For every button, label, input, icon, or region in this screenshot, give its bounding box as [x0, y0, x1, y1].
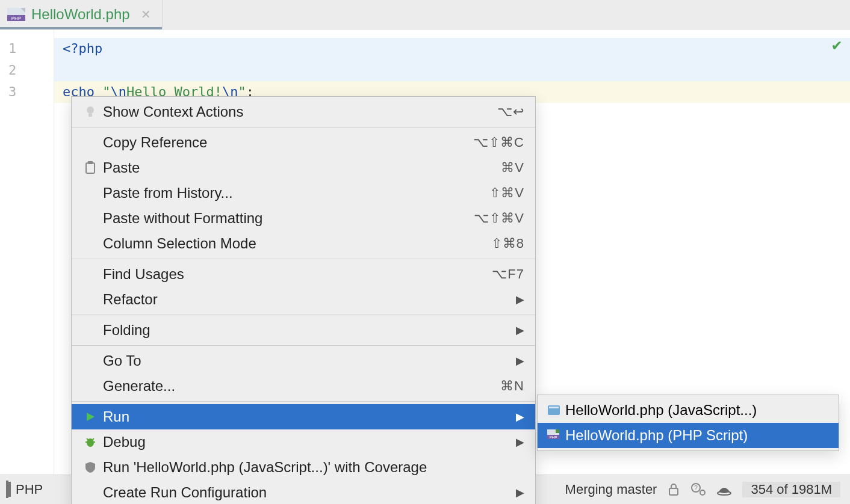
- submenu-label: HelloWorld.php (JavaScript...): [565, 402, 757, 419]
- menu-paste[interactable]: Paste ⌘V: [72, 155, 535, 180]
- php-open-tag: <?php: [63, 41, 102, 56]
- menu-label: Create Run Configuration: [101, 484, 510, 501]
- status-memory[interactable]: 354 of 1981M: [742, 482, 840, 497]
- lock-icon[interactable]: [668, 483, 680, 496]
- svg-point-4: [87, 106, 94, 114]
- php-config-icon: PHP: [545, 429, 565, 441]
- menu-separator: [72, 259, 535, 259]
- inspection-ok-icon: ✔: [832, 35, 842, 54]
- debug-icon: [80, 436, 101, 448]
- coverage-icon: [80, 461, 101, 473]
- hector-icon[interactable]: [717, 483, 731, 496]
- svg-line-13: [92, 438, 94, 440]
- menu-label: Debug: [101, 434, 510, 450]
- code-line-2: [54, 60, 850, 81]
- menu-goto[interactable]: Go To ▶: [72, 348, 535, 373]
- menu-column-selection-mode[interactable]: Column Selection Mode ⇧⌘8: [72, 231, 535, 256]
- submenu-arrow-icon: ▶: [510, 354, 524, 367]
- menu-label: Paste from History...: [101, 185, 489, 201]
- menu-separator: [72, 401, 535, 402]
- menu-create-run-configuration[interactable]: Create Run Configuration ▶: [72, 480, 535, 504]
- context-menu: Show Context Actions ⌥↩ Copy Reference ⌥…: [71, 96, 536, 504]
- menu-label: Paste: [101, 159, 501, 176]
- svg-text:PHP: PHP: [11, 16, 21, 21]
- menu-label: Show Context Actions: [101, 103, 497, 120]
- menu-paste-without-formatting[interactable]: Paste without Formatting ⌥⇧⌘V: [72, 206, 535, 231]
- submenu-arrow-icon: ▶: [510, 324, 524, 337]
- menu-label: Refactor: [101, 291, 510, 308]
- svg-rect-6: [86, 163, 95, 173]
- status-merge-text: Merging master: [565, 482, 657, 497]
- menu-shortcut: ⌘N: [500, 378, 524, 394]
- submenu-label: HelloWorld.php (PHP Script): [565, 427, 748, 444]
- svg-text:PHP: PHP: [550, 435, 557, 439]
- editor-tab[interactable]: PHP HelloWorld.php ✕: [0, 0, 163, 29]
- submenu-run-js[interactable]: HelloWorld.php (JavaScript...): [538, 398, 839, 423]
- menu-copy-reference[interactable]: Copy Reference ⌥⇧⌘C: [72, 130, 535, 155]
- svg-rect-5: [88, 114, 92, 117]
- line-number: 2: [0, 60, 54, 81]
- menu-shortcut: ⇧⌘V: [489, 185, 524, 201]
- menu-refactor[interactable]: Refactor ▶: [72, 287, 535, 312]
- menu-generate[interactable]: Generate... ⌘N: [72, 373, 535, 399]
- memory-text: 354 of 1981M: [751, 482, 832, 497]
- line-number: 1: [0, 38, 54, 60]
- menu-label: Folding: [101, 322, 510, 339]
- bulb-icon: [80, 105, 101, 118]
- menu-debug[interactable]: Debug ▶: [72, 429, 535, 455]
- run-icon: [80, 411, 101, 422]
- menu-separator: [72, 315, 535, 315]
- menu-show-context-actions[interactable]: Show Context Actions ⌥↩: [72, 99, 535, 124]
- menu-shortcut: ⌥↩: [497, 104, 524, 120]
- menu-label: Column Selection Mode: [101, 235, 491, 252]
- menu-separator: [72, 345, 535, 346]
- close-tab-icon[interactable]: ✕: [141, 8, 151, 20]
- svg-marker-8: [87, 413, 95, 421]
- php-file-icon: PHP: [7, 8, 25, 21]
- svg-point-23: [700, 490, 705, 495]
- svg-line-12: [87, 438, 88, 440]
- menu-label: Generate...: [101, 378, 500, 395]
- gutter: 1 2 3: [0, 29, 54, 475]
- tab-title: HelloWorld.php: [31, 6, 130, 23]
- js-config-icon: [545, 404, 565, 416]
- menu-shortcut: ⌥⇧⌘C: [473, 135, 524, 150]
- menu-separator: [72, 127, 535, 128]
- menu-shortcut: ⌥F7: [492, 266, 524, 282]
- menu-shortcut: ⌥⇧⌘V: [474, 211, 524, 226]
- menu-label: Run 'HelloWorld.php (JavaScript...)' wit…: [101, 459, 524, 476]
- menu-label: Go To: [101, 352, 510, 369]
- menu-label: Find Usages: [101, 266, 492, 283]
- submenu-arrow-icon: ▶: [510, 293, 524, 306]
- tab-bar: PHP HelloWorld.php ✕: [0, 0, 850, 29]
- menu-run[interactable]: Run ▶: [72, 404, 535, 429]
- menu-find-usages[interactable]: Find Usages ⌥F7: [72, 262, 535, 287]
- svg-text:?: ?: [695, 485, 698, 491]
- menu-label: Run: [101, 408, 510, 425]
- code-line-1: <?php: [54, 38, 850, 60]
- panel-toggle-icon[interactable]: [6, 482, 8, 497]
- svg-rect-7: [88, 161, 93, 164]
- svg-rect-15: [549, 407, 559, 408]
- svg-rect-20: [669, 488, 678, 495]
- menu-label: Copy Reference: [101, 134, 473, 151]
- menu-shortcut: ⌘V: [501, 160, 524, 176]
- run-submenu: HelloWorld.php (JavaScript...) PHP Hello…: [537, 395, 839, 451]
- menu-folding[interactable]: Folding ▶: [72, 318, 535, 343]
- hector-settings-icon[interactable]: ?: [690, 483, 706, 496]
- submenu-arrow-icon: ▶: [510, 410, 524, 423]
- line-number: 3: [0, 81, 54, 103]
- submenu-run-php[interactable]: PHP HelloWorld.php (PHP Script): [538, 423, 839, 448]
- menu-label: Paste without Formatting: [101, 210, 474, 227]
- menu-shortcut: ⇧⌘8: [491, 236, 524, 251]
- submenu-arrow-icon: ▶: [510, 435, 524, 449]
- menu-run-with-coverage[interactable]: Run 'HelloWorld.php (JavaScript...)' wit…: [72, 455, 535, 480]
- status-left-text: PHP: [16, 482, 43, 497]
- menu-paste-history[interactable]: Paste from History... ⇧⌘V: [72, 180, 535, 206]
- submenu-arrow-icon: ▶: [510, 486, 524, 499]
- svg-rect-19: [556, 429, 559, 433]
- clipboard-icon: [80, 161, 101, 174]
